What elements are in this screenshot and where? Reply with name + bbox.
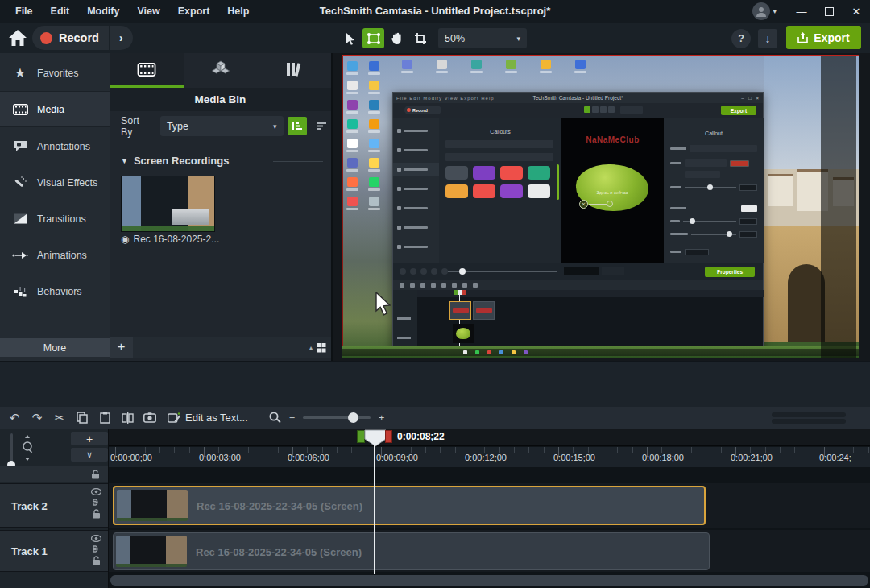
download-button[interactable]: ↓ [758, 29, 777, 48]
ruler-label: 0:00:21;00 [731, 453, 773, 462]
split-button[interactable] [116, 408, 139, 427]
sort-ascending-button[interactable] [288, 117, 308, 135]
screenshot-button[interactable] [139, 408, 161, 427]
home-icon[interactable] [8, 29, 27, 47]
copy-button[interactable] [71, 408, 93, 427]
lock-icon[interactable] [91, 470, 100, 479]
record-options-chevron-icon[interactable]: › [110, 31, 133, 44]
ruler-label: 0:00:24; [819, 453, 851, 462]
record-label: Record [59, 31, 109, 44]
timeline-horizontal-scrollbar[interactable] [110, 575, 868, 586]
timeline-zoom-slider[interactable] [303, 416, 371, 419]
cubes-icon [211, 60, 230, 78]
menu-export[interactable]: Export [169, 0, 219, 23]
sidebar-item-media[interactable]: Media [0, 91, 110, 127]
maximize-button[interactable] [815, 0, 843, 23]
timeline-zoom-thumb[interactable] [348, 412, 358, 423]
recording-badge-icon: ◉ [121, 234, 129, 245]
track-visibility-icon[interactable] [91, 488, 102, 495]
playback-bar: ‹ › 00:08 / 00:19 30 fps (1,0x) ⚙ Proper… [0, 361, 870, 407]
sidebar-item-visual-effects[interactable]: Visual Effects [0, 164, 110, 201]
close-button[interactable]: ✕ [843, 0, 870, 23]
playhead-out-handle[interactable] [385, 430, 392, 443]
timeline-marker-strip[interactable] [109, 429, 870, 446]
track-magnet-icon[interactable] [92, 545, 101, 553]
zoom-in-button[interactable]: + [379, 412, 384, 424]
out-of-canvas-overlay [821, 56, 856, 358]
sidebar-item-behaviors[interactable]: Behaviors [0, 273, 110, 309]
help-button[interactable]: ? [731, 29, 751, 48]
menu-help[interactable]: Help [218, 0, 258, 23]
cursor-tool-button[interactable] [339, 28, 361, 48]
search-icon[interactable] [269, 412, 281, 424]
star-icon: ★ [10, 65, 30, 81]
track-2-header[interactable]: Track 2 [0, 483, 108, 528]
tab-library[interactable] [257, 53, 331, 88]
avatar-caret-icon[interactable]: ▾ [773, 7, 777, 15]
menu-view[interactable]: View [128, 0, 168, 23]
recorded-properties-button: Properties [705, 267, 755, 277]
menu-file[interactable]: File [6, 0, 42, 23]
media-panel-tabs [110, 53, 331, 88]
sort-select[interactable]: Type ▾ [160, 116, 284, 136]
media-item-caption[interactable]: ◉ Rec 16-08-2025-2... [121, 234, 222, 245]
export-label: Export [814, 31, 849, 44]
grid-view-icon[interactable] [316, 342, 326, 353]
track-2-clip[interactable]: Rec 16-08-2025-22-34-05 (Screen) [113, 486, 706, 525]
tab-media-bin[interactable] [110, 53, 184, 88]
watermark-text: NaNaMeClub [561, 135, 664, 144]
partial-track-header [0, 466, 108, 482]
sort-row: Sort By Type ▾ [110, 111, 331, 141]
playhead-line[interactable] [374, 445, 375, 574]
track-1-clip[interactable]: Rec 16-08-2025-22-34-05 (Screen) [113, 532, 710, 570]
media-panel-footer: + ▴ [110, 337, 331, 358]
tab-assets[interactable] [184, 53, 258, 88]
track-visibility-icon[interactable] [91, 535, 102, 542]
sort-value: Type [167, 121, 188, 132]
menu-modify[interactable]: Modify [78, 0, 128, 23]
ruler-label: 0:00:09;00 [376, 453, 418, 462]
media-item-thumbnail[interactable] [121, 176, 215, 232]
export-button[interactable]: Export [786, 26, 861, 49]
sidebar-item-favorites[interactable]: ★ Favorites [0, 55, 110, 91]
sidebar-more-button[interactable]: More [0, 338, 110, 357]
track-lock-icon[interactable] [92, 509, 101, 519]
edit-tool-button[interactable] [362, 28, 384, 48]
collapse-tracks-button[interactable]: ∨ [71, 448, 108, 462]
video-preview[interactable]: File Edit Modify View Export Help TechSm… [342, 55, 859, 358]
recorded-camtasia-window: File Edit Modify View Export Help TechSm… [392, 92, 764, 354]
share-icon [798, 31, 808, 43]
track-1-header[interactable]: Track 1 [0, 530, 108, 572]
sort-descending-button[interactable] [311, 117, 331, 135]
zoom-out-button[interactable]: − [289, 412, 295, 424]
add-media-button[interactable]: + [110, 337, 133, 358]
menu-edit[interactable]: Edit [42, 0, 79, 23]
track-lock-icon[interactable] [92, 556, 101, 565]
menu-bar: File Edit Modify View Export Help TechSm… [0, 0, 870, 23]
minimize-button[interactable]: — [788, 0, 815, 23]
pan-tool-button[interactable] [386, 28, 408, 48]
canvas-zoom-select[interactable]: 50% ▾ [438, 28, 527, 48]
sidebar-item-animations[interactable]: Animations [0, 237, 110, 273]
undo-button[interactable]: ↶ [3, 408, 26, 427]
thumb-size-toggle-icon[interactable]: ▴ [309, 344, 313, 351]
add-track-button[interactable]: + [71, 432, 108, 445]
redo-button[interactable]: ↷ [26, 408, 48, 427]
user-avatar-icon[interactable] [752, 2, 770, 20]
sidebar-item-transitions[interactable]: Transitions [0, 201, 110, 237]
record-button[interactable]: Record › [32, 26, 133, 50]
collapse-triangle-icon: ▼ [121, 157, 128, 165]
edit-as-text-button[interactable]: Edit as Text... [161, 412, 255, 424]
sidebar-item-annotations[interactable]: Annotations [0, 128, 110, 164]
sort-caret-icon: ▾ [273, 122, 277, 130]
group-screen-recordings[interactable]: ▼ Screen Recordings [121, 155, 229, 167]
paste-button[interactable] [93, 408, 116, 427]
crop-tool-button[interactable] [409, 28, 431, 48]
cut-button[interactable]: ✂ [48, 408, 71, 427]
transition-icon [10, 213, 30, 224]
track-magnet-icon[interactable] [92, 498, 101, 507]
cloud-graphic: Здесь и сейчас ✕ [576, 164, 648, 211]
timeline-mini-scrollbars[interactable] [772, 412, 846, 425]
recorded-preview: NaNaMeClub Здесь и сейчас ✕ [561, 118, 664, 263]
playhead-head[interactable] [364, 429, 387, 447]
